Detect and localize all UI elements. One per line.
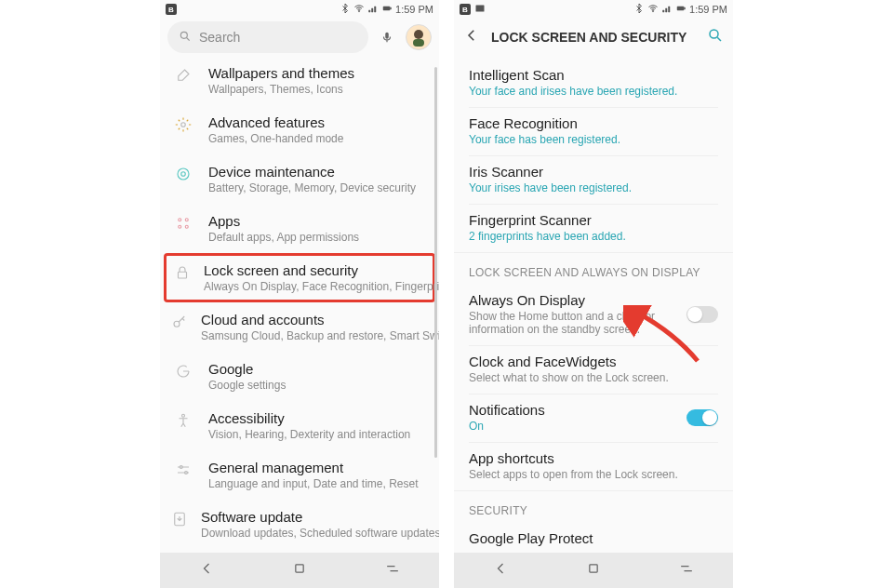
item-subtitle: Your irises have been registered.	[469, 181, 718, 194]
item-title: Accessibility	[208, 410, 426, 426]
svg-rect-24	[685, 7, 686, 9]
search-row: Search	[160, 19, 439, 56]
wifi-icon	[353, 3, 365, 16]
svg-rect-1	[383, 7, 390, 10]
setting-apps[interactable]: Apps Default apps, App permissions	[160, 204, 439, 253]
bluetooth-icon	[633, 3, 645, 16]
svg-point-12	[179, 225, 181, 228]
settings-list[interactable]: Wallpapers and themes Wallpapers, Themes…	[160, 56, 439, 553]
setting-software-update[interactable]: Software update Download updates, Schedu…	[160, 500, 439, 549]
setting-general-management[interactable]: General management Language and input, D…	[160, 450, 439, 500]
nav-home-button[interactable]	[290, 559, 309, 581]
svg-rect-26	[590, 565, 597, 572]
item-subtitle: Your face has been registered.	[469, 133, 718, 146]
item-iris-scanner[interactable]: Iris Scanner Your irises have been regis…	[454, 156, 733, 204]
page-title: LOCK SCREEN AND SECURITY	[491, 30, 696, 45]
update-icon	[171, 511, 188, 531]
svg-point-16	[182, 414, 185, 417]
search-button[interactable]	[707, 27, 724, 47]
settings-main-screen: B 1:59 PM	[160, 0, 439, 588]
wifi-icon	[647, 3, 659, 16]
nav-back-button[interactable]	[491, 559, 510, 581]
security-list[interactable]: Intelligent Scan Your face and irises ha…	[454, 56, 733, 553]
item-title: Cloud and accounts	[201, 312, 439, 327]
nav-back-button[interactable]	[197, 559, 216, 581]
item-title: Google	[208, 361, 426, 377]
item-title: Lock screen and security	[204, 262, 439, 278]
item-subtitle: Default apps, App permissions	[208, 231, 426, 244]
svg-rect-21	[476, 6, 485, 12]
nav-recents-button[interactable]	[383, 559, 402, 581]
item-subtitle: Battery, Storage, Memory, Device securit…	[208, 181, 426, 194]
setting-lock-screen-security[interactable]: Lock screen and security Always On Displ…	[164, 253, 435, 302]
search-placeholder: Search	[199, 30, 240, 45]
lock-screen-security-screen: B 1:59 PM LOCK SCREEN AND SECURITY Intel…	[454, 0, 733, 588]
app-badge-icon: B	[166, 4, 177, 15]
back-button[interactable]	[463, 27, 480, 47]
item-title: Face Recognition	[469, 115, 718, 131]
google-icon	[175, 363, 192, 383]
accessibility-icon	[175, 412, 192, 433]
brush-icon	[175, 67, 192, 87]
item-title: Intelligent Scan	[469, 67, 718, 83]
item-always-on-display[interactable]: Always On Display Show the Home button a…	[454, 285, 733, 345]
setting-accessibility[interactable]: Accessibility Vision, Hearing, Dexterity…	[160, 401, 439, 450]
item-title: Advanced features	[208, 114, 426, 130]
app-badge-icon: B	[460, 4, 471, 15]
svg-point-11	[185, 219, 188, 221]
setting-help[interactable]: Help	[160, 549, 439, 553]
item-title: Notifications	[469, 402, 677, 418]
item-title: Apps	[208, 213, 426, 229]
voice-search-button[interactable]	[374, 24, 400, 50]
item-subtitle: Samsung Cloud, Backup and restore, Smart…	[201, 329, 439, 342]
section-header-lockscreen: LOCK SCREEN AND ALWAYS ON DISPLAY	[454, 252, 733, 285]
search-input[interactable]: Search	[167, 21, 368, 53]
battery-icon	[675, 3, 686, 16]
nav-bar	[454, 553, 733, 588]
item-subtitle: Your face and irises have been registere…	[469, 85, 718, 98]
notifications-toggle[interactable]	[686, 409, 718, 426]
gear-icon	[175, 116, 192, 137]
item-subtitle: Vision, Hearing, Dexterity and interacti…	[208, 428, 426, 441]
item-title: Always On Display	[469, 292, 677, 308]
status-bar: B 1:59 PM	[454, 0, 733, 19]
target-icon	[175, 166, 192, 186]
signal-icon	[367, 3, 379, 16]
clock-text: 1:59 PM	[689, 4, 727, 15]
item-subtitle: Always On Display, Face Recognition, Fin…	[204, 280, 439, 293]
setting-wallpapers[interactable]: Wallpapers and themes Wallpapers, Themes…	[160, 56, 439, 105]
item-subtitle: Download updates, Scheduled software upd…	[201, 527, 439, 540]
svg-point-10	[179, 219, 181, 221]
svg-point-3	[180, 32, 187, 38]
setting-device-maintenance[interactable]: Device maintenance Battery, Storage, Mem…	[160, 154, 439, 204]
item-title: Clock and FaceWidgets	[469, 354, 718, 369]
profile-avatar[interactable]	[406, 24, 432, 50]
svg-rect-23	[677, 7, 684, 10]
apps-icon	[175, 215, 192, 235]
nav-bar	[160, 553, 439, 588]
item-title: Google Play Protect	[469, 530, 718, 546]
item-intelligent-scan[interactable]: Intelligent Scan Your face and irises ha…	[454, 60, 733, 107]
item-app-shortcuts[interactable]: App shortcuts Select apps to open from t…	[454, 443, 733, 490]
aod-toggle[interactable]	[686, 306, 718, 323]
signal-icon	[661, 3, 673, 16]
item-google-play-protect[interactable]: Google Play Protect	[454, 523, 733, 548]
clock-text: 1:59 PM	[395, 4, 433, 15]
item-clock-facewidgets[interactable]: Clock and FaceWidgets Select what to sho…	[454, 346, 733, 394]
item-subtitle: Select apps to open from the Lock screen…	[469, 468, 718, 481]
nav-home-button[interactable]	[584, 559, 603, 581]
setting-google[interactable]: Google Google settings	[160, 352, 439, 401]
item-face-recognition[interactable]: Face Recognition Your face has been regi…	[454, 108, 733, 155]
item-title: Iris Scanner	[469, 164, 718, 180]
item-fingerprint-scanner[interactable]: Fingerprint Scanner 2 fingerprints have …	[454, 205, 733, 252]
item-subtitle: Language and input, Date and time, Reset	[208, 477, 426, 490]
setting-cloud-accounts[interactable]: Cloud and accounts Samsung Cloud, Backup…	[160, 302, 439, 352]
nav-recents-button[interactable]	[677, 559, 696, 581]
item-title: General management	[208, 460, 426, 475]
sliders-icon	[175, 461, 192, 482]
setting-advanced-features[interactable]: Advanced features Games, One-handed mode	[160, 105, 439, 154]
item-notifications[interactable]: Notifications On	[454, 394, 733, 442]
scrollbar[interactable]	[434, 67, 437, 458]
svg-rect-14	[179, 272, 187, 278]
item-title: Wallpapers and themes	[208, 65, 426, 81]
